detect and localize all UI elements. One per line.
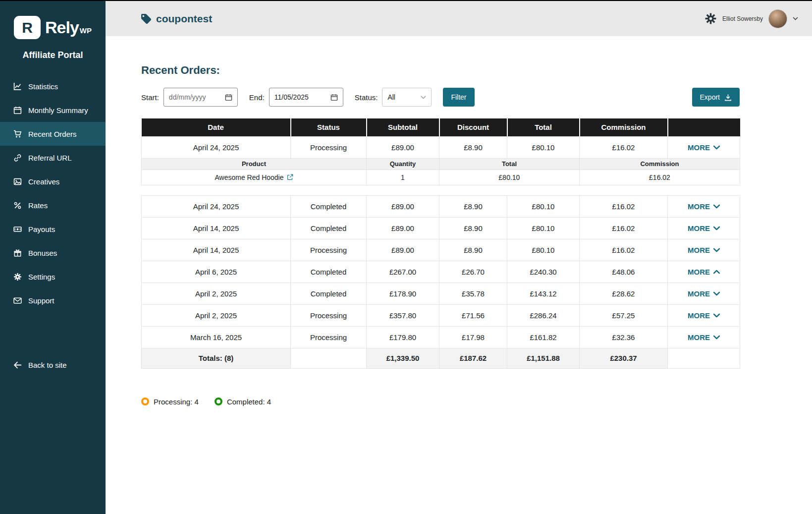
cell-total: £80.10 xyxy=(507,217,580,239)
product-link[interactable]: Awesome Red Hoodie xyxy=(215,173,293,181)
chart-line-icon xyxy=(13,82,22,91)
cell-subtotal: £89.00 xyxy=(367,239,439,261)
filter-button[interactable]: Filter xyxy=(443,88,474,107)
detail-spacer-row xyxy=(142,185,740,195)
sidebar-item-referral-url[interactable]: Referral URL xyxy=(0,146,106,170)
totals-discount: £187.62 xyxy=(439,348,507,368)
page-title: coupontest xyxy=(141,13,212,25)
chevron-down-icon xyxy=(713,291,720,296)
order-row: April 2, 2025Completed£178.90£35.78£143.… xyxy=(142,283,740,304)
chevron-down-icon xyxy=(713,248,720,252)
download-icon xyxy=(724,94,732,101)
back-to-site-link[interactable]: Back to site xyxy=(0,353,106,377)
brand-name: Rely xyxy=(45,18,79,37)
sidebar-item-label: Settings xyxy=(28,273,55,281)
more-button[interactable]: MORE xyxy=(668,283,740,304)
cell-commission: £48.06 xyxy=(580,261,668,283)
detail-header-quantity: Quantity xyxy=(367,158,439,170)
status-dot-icon xyxy=(215,398,222,405)
more-button[interactable]: MORE xyxy=(668,304,740,326)
cell-date: April 2, 2025 xyxy=(142,304,291,326)
cell-date: April 6, 2025 xyxy=(142,261,291,283)
percent-icon xyxy=(13,201,22,210)
sidebar-item-recent-orders[interactable]: Recent Orders xyxy=(0,122,106,146)
row-spacer xyxy=(142,185,740,195)
column-header-date: Date xyxy=(142,118,291,136)
cell-commission: £16.02 xyxy=(580,136,668,158)
start-date-field[interactable] xyxy=(169,93,221,101)
sidebar-item-rates[interactable]: Rates xyxy=(0,193,106,217)
detail-cell-product: Awesome Red Hoodie xyxy=(142,170,367,185)
content: Recent Orders: Start: End: Status: All F… xyxy=(106,36,812,406)
sidebar-item-bonuses[interactable]: Bonuses xyxy=(0,241,106,265)
legend-label: Processing: 4 xyxy=(154,398,199,406)
export-button[interactable]: Export xyxy=(692,88,740,107)
sidebar-item-creatives[interactable]: Creatives xyxy=(0,170,106,193)
order-detail-row: Awesome Red Hoodie1£80.10£16.02 xyxy=(142,170,740,185)
more-button[interactable]: MORE xyxy=(668,217,740,239)
order-row: April 24, 2025Processing£89.00£8.90£80.1… xyxy=(142,136,740,158)
sidebar-item-monthly-summary[interactable]: Monthly Summary xyxy=(0,98,106,122)
totals-actions xyxy=(668,348,740,368)
calendar-icon xyxy=(13,106,22,114)
calendar-icon xyxy=(225,94,232,101)
more-button[interactable]: MORE xyxy=(668,326,740,348)
column-header-subtotal: Subtotal xyxy=(367,118,439,136)
filter-bar: Start: End: Status: All Filter Export xyxy=(141,88,740,107)
chevron-down-icon xyxy=(713,313,720,318)
user-name: Elliot Sowersby xyxy=(722,15,763,22)
user-menu-chevron-icon[interactable] xyxy=(793,17,798,20)
column-header-status: Status xyxy=(291,118,367,136)
cell-total: £80.10 xyxy=(507,136,580,158)
more-label: MORE xyxy=(688,202,710,211)
more-button[interactable]: MORE xyxy=(668,239,740,261)
cell-total: £286.24 xyxy=(507,304,580,326)
start-date-input[interactable] xyxy=(163,88,238,107)
logo-letter: R xyxy=(22,19,33,36)
cell-discount: £26.70 xyxy=(439,261,507,283)
more-label: MORE xyxy=(688,268,710,276)
more-button[interactable]: MORE xyxy=(668,195,740,217)
cell-discount: £35.78 xyxy=(439,283,507,304)
brand-suffix: WP xyxy=(80,26,92,35)
cell-commission: £32.36 xyxy=(580,326,668,348)
status-select[interactable]: All xyxy=(382,88,432,107)
cell-commission: £16.02 xyxy=(580,195,668,217)
column-header-discount: Discount xyxy=(439,118,507,136)
detail-cell-total: £80.10 xyxy=(439,170,580,185)
end-date-field[interactable] xyxy=(274,93,326,101)
more-button[interactable]: MORE xyxy=(668,261,740,283)
more-label: MORE xyxy=(688,143,710,152)
column-header-actions xyxy=(668,118,740,136)
end-date-input[interactable] xyxy=(269,88,343,107)
sidebar-item-support[interactable]: Support xyxy=(0,288,106,312)
cell-commission: £28.62 xyxy=(580,283,668,304)
sidebar-item-statistics[interactable]: Statistics xyxy=(0,74,106,98)
more-button[interactable]: MORE xyxy=(668,136,740,158)
cart-icon xyxy=(13,130,22,138)
cell-status: Processing xyxy=(291,239,367,261)
cell-status: Completed xyxy=(291,261,367,283)
cell-date: April 14, 2025 xyxy=(142,239,291,261)
cell-total: £161.82 xyxy=(507,326,580,348)
sidebar-item-label: Referral URL xyxy=(28,154,72,162)
cell-subtotal: £178.90 xyxy=(367,283,439,304)
avatar[interactable] xyxy=(768,9,787,28)
header-bar: coupontest Elliot Sowersby xyxy=(106,1,812,36)
cell-discount: £8.90 xyxy=(439,239,507,261)
calendar-icon xyxy=(330,94,338,101)
sidebar-item-settings[interactable]: Settings xyxy=(0,265,106,288)
order-row: April 6, 2025Completed£267.00£26.70£240.… xyxy=(142,261,740,283)
sidebar-item-payouts[interactable]: Payouts xyxy=(0,217,106,241)
legend-item: Processing: 4 xyxy=(141,398,199,406)
status-select-value: All xyxy=(387,93,395,101)
cell-subtotal: £89.00 xyxy=(367,217,439,239)
order-row: March 16, 2025Processing£179.80£17.98£16… xyxy=(142,326,740,348)
gear-icon[interactable] xyxy=(704,12,717,25)
page-title-text: coupontest xyxy=(156,13,212,25)
chevron-down-icon xyxy=(421,96,426,99)
sidebar-item-label: Rates xyxy=(28,201,48,210)
detail-header-product: Product xyxy=(142,158,367,170)
end-label: End: xyxy=(249,93,265,102)
status-label: Status: xyxy=(355,93,378,102)
